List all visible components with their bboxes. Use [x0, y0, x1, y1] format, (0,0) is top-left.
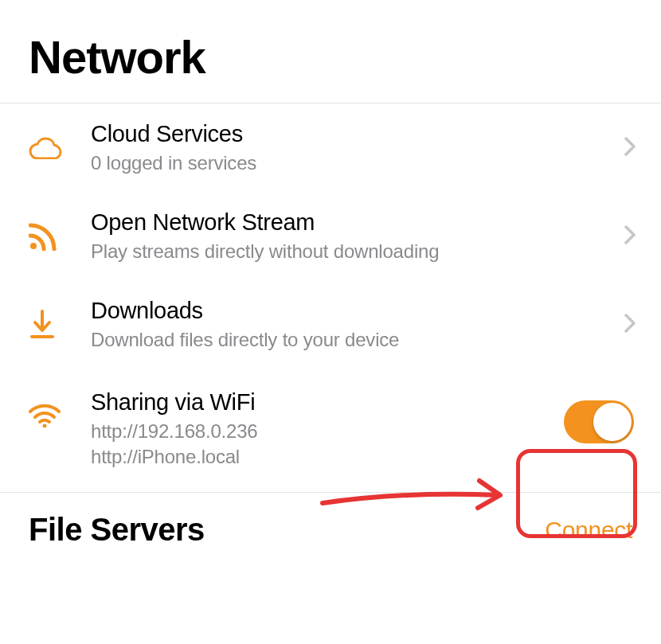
chevron-right-icon	[624, 225, 640, 248]
row-subtitle: 0 logged in services	[91, 152, 624, 174]
row-cloud-services[interactable]: Cloud Services 0 logged in services	[0, 103, 661, 192]
row-subtitle: Download files directly to your device	[91, 329, 624, 351]
section-title: File Servers	[29, 512, 205, 548]
row-title: Downloads	[91, 298, 624, 324]
page-title: Network	[29, 30, 632, 84]
cloud-icon	[29, 137, 76, 159]
sharing-url-2: http://iPhone.local	[91, 446, 564, 468]
row-title: Cloud Services	[91, 121, 624, 147]
file-servers-section: File Servers Connect	[0, 492, 661, 564]
sharing-url-1: http://192.168.0.236	[91, 420, 564, 443]
row-content: Sharing via WiFi http://192.168.0.236 ht…	[76, 389, 564, 468]
connect-button[interactable]: Connect	[545, 517, 632, 544]
row-content: Open Network Stream Play streams directl…	[76, 209, 624, 263]
wifi-icon	[29, 389, 76, 427]
row-downloads[interactable]: Downloads Download files directly to you…	[0, 280, 661, 369]
row-open-network-stream[interactable]: Open Network Stream Play streams directl…	[0, 192, 661, 280]
row-content: Downloads Download files directly to you…	[76, 298, 624, 351]
chevron-right-icon	[624, 314, 640, 336]
row-content: Cloud Services 0 logged in services	[76, 121, 624, 174]
page-header: Network	[0, 0, 661, 103]
toggle-knob	[593, 403, 632, 441]
rss-icon	[29, 222, 76, 251]
row-title: Sharing via WiFi	[91, 389, 564, 416]
row-title: Open Network Stream	[91, 209, 624, 236]
sharing-wifi-toggle[interactable]	[564, 400, 634, 443]
svg-point-0	[30, 243, 37, 249]
svg-point-3	[43, 424, 47, 428]
row-subtitle: Play streams directly without downloadin…	[91, 240, 624, 263]
download-icon	[29, 310, 76, 340]
network-list: Cloud Services 0 logged in services Open…	[0, 103, 661, 486]
row-sharing-wifi: Sharing via WiFi http://192.168.0.236 ht…	[0, 369, 661, 486]
chevron-right-icon	[624, 137, 640, 159]
